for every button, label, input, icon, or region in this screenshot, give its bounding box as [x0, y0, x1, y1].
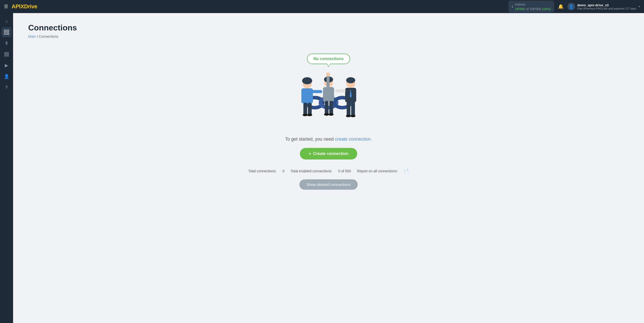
create-connection-button[interactable]: + Create connection [300, 148, 357, 159]
main-content: Connections Main / Connections No connec… [13, 13, 644, 323]
stats-row: Total connections: 0 Total enabled conne… [248, 169, 409, 173]
user-details: demo_apix-drive_s3 Plan |Premium PRO| le… [577, 3, 636, 10]
sidebar: ⌂ $ ▶ 👤 ? [0, 13, 13, 323]
layout: ⌂ $ ▶ 👤 ? Connections Main / Conn [0, 13, 644, 323]
svg-point-34 [346, 115, 351, 117]
chevron-down-icon: ▾ [638, 5, 640, 8]
svg-point-28 [346, 77, 355, 83]
svg-point-22 [326, 72, 330, 76]
plus-icon: + [309, 151, 311, 156]
svg-rect-12 [301, 88, 313, 103]
actions-total: of 100'000 (18%) [526, 7, 551, 11]
bell-icon[interactable]: 🔔 [558, 4, 564, 9]
svg-point-26 [329, 113, 334, 116]
svg-rect-6 [5, 55, 9, 56]
svg-point-25 [324, 113, 329, 116]
sidebar-item-billing[interactable]: $ [2, 38, 12, 48]
sidebar-item-home[interactable]: ⌂ [2, 16, 12, 26]
info-icon: ℹ [512, 5, 513, 9]
create-connection-label: Create connection [313, 151, 348, 156]
svg-point-35 [350, 115, 355, 117]
svg-rect-32 [347, 102, 350, 116]
svg-point-16 [303, 114, 308, 116]
logo-suffix: Drive [24, 3, 37, 10]
user-plan: Plan |Premium PRO| left until payment 17… [577, 7, 636, 10]
sidebar-item-help[interactable]: ? [2, 83, 12, 93]
create-connection-link[interactable]: create connection. [335, 137, 372, 142]
sidebar-item-connections[interactable] [2, 27, 12, 37]
svg-point-17 [307, 114, 312, 116]
logo-x: X [20, 3, 24, 10]
svg-rect-21 [327, 75, 330, 88]
no-connections-bubble: No connections [307, 54, 350, 64]
illustration-svg [286, 64, 371, 129]
actions-badge[interactable]: ℹ Actions: 18'055 of 100'000 (18%) [508, 1, 554, 12]
svg-rect-1 [7, 30, 9, 32]
breadcrumb: Main / Connections [28, 34, 629, 38]
svg-rect-23 [325, 101, 329, 115]
sidebar-item-video[interactable]: ▶ [2, 60, 12, 70]
total-enabled-value: 0 of 500 [338, 169, 351, 173]
empty-state: No connections [28, 49, 629, 195]
sidebar-item-tools[interactable] [2, 49, 12, 59]
svg-rect-2 [4, 33, 6, 34]
avatar: 👤 [568, 3, 575, 10]
breadcrumb-current: Connections [39, 34, 58, 38]
svg-rect-14 [303, 103, 307, 115]
svg-rect-24 [329, 101, 333, 115]
topbar-actions: ℹ Actions: 18'055 of 100'000 (18%) 🔔 👤 d… [508, 1, 640, 12]
svg-rect-33 [351, 102, 355, 116]
logo-prefix: API [12, 3, 20, 10]
svg-rect-31 [335, 89, 346, 92]
show-deleted-button[interactable]: Show deleted connections [299, 179, 357, 190]
svg-rect-20 [323, 87, 334, 102]
actions-info: Actions: 18'055 of 100'000 (18%) [515, 2, 551, 11]
logo-area: ☰ APIXDrive [4, 3, 505, 10]
svg-point-11 [302, 77, 312, 84]
svg-rect-0 [4, 30, 6, 32]
svg-rect-5 [5, 54, 9, 55]
total-connections-label: Total connections: [248, 169, 276, 173]
report-icon[interactable]: 📄 [404, 169, 409, 173]
svg-rect-3 [7, 33, 9, 34]
actions-count: 18'055 [515, 7, 525, 11]
logo: APIXDrive [12, 3, 37, 10]
svg-rect-13 [312, 90, 322, 93]
user-name: demo_apix-drive_s3 [577, 3, 636, 7]
topbar: ☰ APIXDrive ℹ Actions: 18'055 of 100'000… [0, 0, 644, 13]
page-title: Connections [28, 23, 629, 32]
start-text: To get started, you need create connecti… [285, 137, 372, 142]
total-connections-value: 0 [283, 169, 285, 173]
actions-label: Actions: [515, 3, 526, 6]
breadcrumb-main-link[interactable]: Main [28, 34, 36, 38]
total-enabled-label: Total enabled connections: [291, 169, 332, 173]
svg-rect-4 [5, 52, 9, 53]
report-label: Report on all connections: [357, 169, 398, 173]
user-info[interactable]: 👤 demo_apix-drive_s3 Plan |Premium PRO| … [568, 3, 640, 10]
svg-rect-15 [308, 103, 312, 115]
sidebar-item-profile[interactable]: 👤 [2, 71, 12, 82]
breadcrumb-separator: / [37, 34, 39, 38]
hamburger-icon[interactable]: ☰ [4, 4, 8, 9]
illustration: No connections [286, 54, 371, 129]
